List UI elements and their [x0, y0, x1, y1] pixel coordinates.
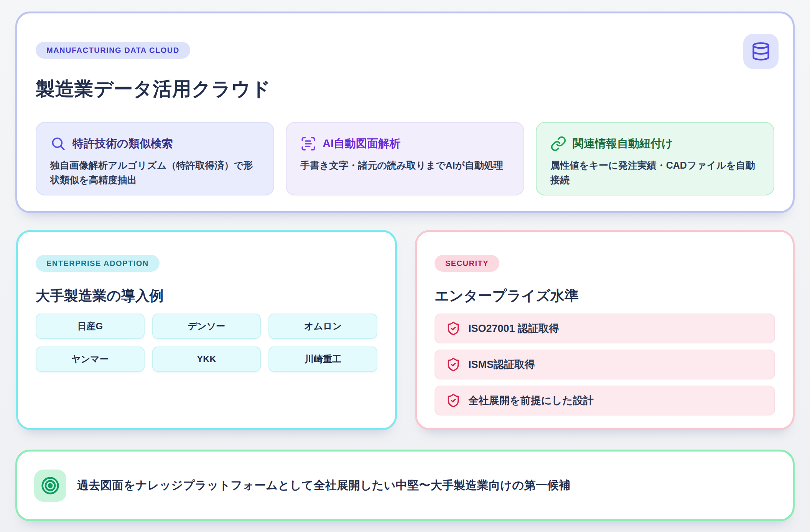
- feature-title: 関連情報自動紐付け: [573, 136, 673, 151]
- hero-card: MANUFACTURING DATA CLOUD 製造業データ活用クラウド 特許…: [15, 11, 795, 213]
- feature-description: 手書き文字・諸元の読み取りまでAIが自動処理: [300, 158, 510, 172]
- security-item-label: 全社展開を前提にした設計: [468, 394, 594, 407]
- security-badge: SECURITY: [435, 255, 499, 272]
- company-chip: 日産G: [36, 314, 145, 339]
- feature-card-ai-drawing-analysis: AI自動図面解析 手書き文字・諸元の読み取りまでAIが自動処理: [286, 122, 524, 195]
- security-item-label: ISO27001 認証取得: [468, 322, 559, 335]
- company-chip: オムロン: [268, 314, 377, 339]
- target-icon: [34, 470, 66, 502]
- shield-check-icon: [446, 357, 461, 372]
- search-icon: [50, 136, 66, 152]
- enterprise-adoption-card: ENTERPRISE ADOPTION 大手製造業の導入例 日産G デンソー オ…: [16, 230, 397, 430]
- feature-row: 特許技術の類似検索 独自画像解析アルゴリズム（特許取得済）で形状類似を高精度抽出…: [36, 122, 774, 195]
- feature-description: 独自画像解析アルゴリズム（特許取得済）で形状類似を高精度抽出: [50, 158, 260, 187]
- adoption-badge: ENTERPRISE ADOPTION: [36, 255, 160, 272]
- infographic-canvas: MANUFACTURING DATA CLOUD 製造業データ活用クラウド 特許…: [0, 0, 810, 532]
- shield-check-icon: [446, 321, 461, 336]
- security-item: ISMS認証取得: [435, 350, 775, 379]
- feature-title: AI自動図面解析: [323, 136, 400, 151]
- shield-check-icon: [446, 393, 461, 408]
- security-title: エンタープライズ水準: [435, 288, 775, 304]
- database-icon: [743, 34, 779, 69]
- target-audience-text: 過去図面をナレッジプラットフォームとして全社展開したい中堅〜大手製造業向けの第一…: [77, 478, 571, 493]
- security-item: 全社展開を前提にした設計: [435, 386, 775, 415]
- company-chip-grid: 日産G デンソー オムロン ヤンマー YKK 川崎重工: [36, 314, 377, 372]
- feature-card-auto-linking: 関連情報自動紐付け 属性値をキーに発注実績・CADファイルを自動接続: [536, 122, 774, 195]
- page-title: 製造業データ活用クラウド: [36, 76, 774, 102]
- link-icon: [550, 136, 566, 152]
- target-audience-callout: 過去図面をナレッジプラットフォームとして全社展開したい中堅〜大手製造業向けの第一…: [15, 450, 795, 521]
- feature-title: 特許技術の類似検索: [72, 136, 173, 151]
- feature-card-patent-similarity-search: 特許技術の類似検索 独自画像解析アルゴリズム（特許取得済）で形状類似を高精度抽出: [36, 122, 274, 195]
- feature-description: 属性値をキーに発注実績・CADファイルを自動接続: [550, 158, 760, 187]
- hero-badge: MANUFACTURING DATA CLOUD: [36, 42, 190, 59]
- security-item-label: ISMS認証取得: [468, 358, 535, 371]
- security-item-list: ISO27001 認証取得 ISMS認証取得: [435, 314, 775, 415]
- adoption-title: 大手製造業の導入例: [36, 288, 377, 304]
- company-chip: YKK: [152, 346, 261, 372]
- company-chip: デンソー: [152, 314, 261, 339]
- security-item: ISO27001 認証取得: [435, 314, 775, 343]
- scan-text-icon: [300, 136, 316, 152]
- security-card: SECURITY エンタープライズ水準 ISO27001 認証取得: [415, 230, 795, 430]
- company-chip: 川崎重工: [268, 346, 377, 372]
- company-chip: ヤンマー: [36, 346, 145, 372]
